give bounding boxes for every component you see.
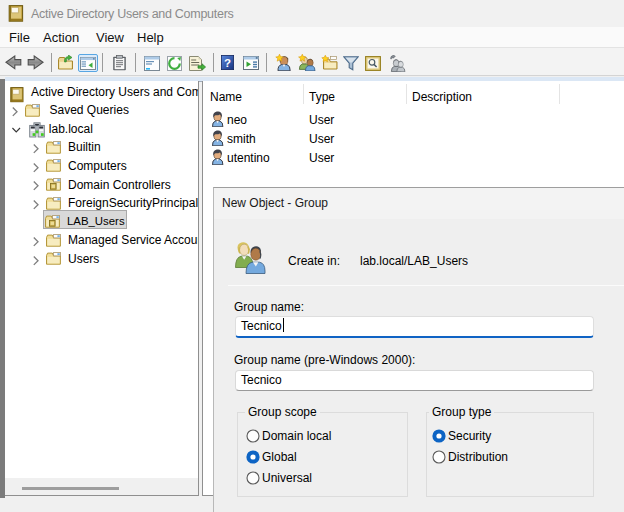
svg-text:?: ?: [224, 56, 231, 68]
